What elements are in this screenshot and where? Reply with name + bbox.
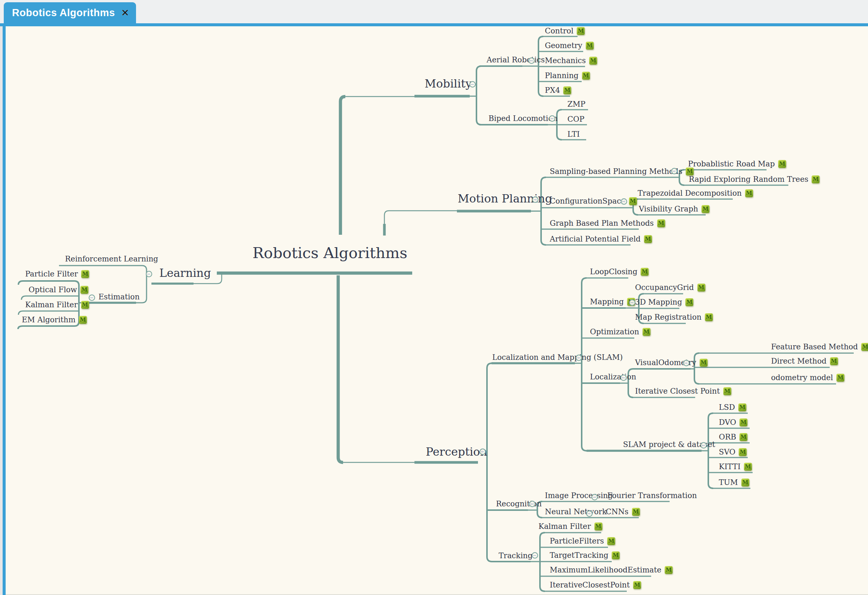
- markdown-note-icon[interactable]: M: [586, 42, 594, 50]
- markdown-note-icon[interactable]: M: [812, 175, 820, 183]
- node-optical-flow[interactable]: Optical FlowM: [29, 285, 88, 294]
- markdown-note-icon[interactable]: M: [607, 537, 615, 545]
- collapse-icon[interactable]: −: [621, 198, 627, 205]
- markdown-note-icon[interactable]: M: [80, 286, 88, 294]
- markdown-note-icon[interactable]: M: [745, 189, 753, 197]
- node-visualodometry[interactable]: VisualOdometryM: [635, 358, 708, 367]
- mindmap-canvas[interactable]: Robotics AlgorithmsMobilityAerial Roboti…: [0, 0, 868, 595]
- markdown-note-icon[interactable]: M: [744, 463, 752, 471]
- markdown-note-icon[interactable]: M: [633, 581, 641, 589]
- node-dvo[interactable]: DVOM: [719, 418, 747, 427]
- collapse-icon[interactable]: −: [591, 494, 598, 500]
- node-map-registration[interactable]: Map RegistrationM: [635, 313, 713, 322]
- node-perception[interactable]: Perception: [426, 445, 487, 459]
- collapse-icon[interactable]: −: [528, 57, 535, 64]
- node-lti[interactable]: LTI: [567, 130, 580, 139]
- node-odometry-model[interactable]: odometry modelM: [771, 373, 844, 382]
- markdown-note-icon[interactable]: M: [685, 298, 693, 306]
- markdown-note-icon[interactable]: M: [861, 343, 868, 351]
- collapse-icon[interactable]: −: [532, 552, 538, 559]
- node-lsd[interactable]: LSDM: [719, 403, 746, 412]
- markdown-note-icon[interactable]: M: [830, 357, 838, 365]
- collapse-icon[interactable]: −: [549, 115, 555, 122]
- node-cop[interactable]: COP: [567, 115, 584, 124]
- markdown-note-icon[interactable]: M: [81, 270, 89, 278]
- node-localization-and-mapping-slam[interactable]: Localization and Mapping (SLAM): [492, 353, 623, 362]
- node-particle-filter[interactable]: Particle FilterM: [25, 270, 89, 278]
- markdown-note-icon[interactable]: M: [563, 86, 571, 94]
- node-image-processing[interactable]: Image Processing: [545, 491, 613, 500]
- node-kalman-filter[interactable]: Kalman FilterM: [25, 301, 89, 309]
- markdown-note-icon[interactable]: M: [697, 284, 705, 291]
- markdown-note-icon[interactable]: M: [723, 387, 731, 395]
- node-mechanics[interactable]: MechanicsM: [545, 56, 597, 65]
- markdown-note-icon[interactable]: M: [81, 301, 89, 309]
- node-em-algorithm[interactable]: EM AlgorithmM: [22, 316, 87, 324]
- markdown-note-icon[interactable]: M: [577, 27, 585, 35]
- node-graph-based-plan-methods[interactable]: Graph Based Plan MethodsM: [550, 219, 665, 228]
- node-control[interactable]: ControlM: [545, 27, 585, 35]
- node-maximumlikelihoodestimate[interactable]: MaximumLikelihoodEstimateM: [550, 566, 673, 574]
- node-kalman-filter[interactable]: Kalman FilterM: [538, 522, 602, 531]
- node-learning[interactable]: Learning: [159, 267, 211, 280]
- node-zmp[interactable]: ZMP: [567, 100, 585, 109]
- collapse-icon[interactable]: −: [671, 168, 677, 174]
- markdown-note-icon[interactable]: M: [612, 551, 620, 559]
- markdown-note-icon[interactable]: M: [657, 219, 665, 227]
- node-planning[interactable]: PlanningM: [545, 71, 590, 80]
- node-iterativeclosestpoint[interactable]: IterativeClosestPointM: [550, 581, 641, 589]
- collapse-icon[interactable]: −: [89, 294, 95, 301]
- collapse-icon[interactable]: −: [629, 299, 635, 306]
- node-tracking[interactable]: Tracking: [499, 551, 532, 560]
- node-particlefilters[interactable]: ParticleFiltersM: [550, 537, 615, 545]
- markdown-note-icon[interactable]: M: [739, 448, 747, 456]
- node-feature-based-method[interactable]: Feature Based MethodM: [771, 343, 868, 351]
- collapse-icon[interactable]: −: [620, 375, 627, 381]
- node-aerial-robotics[interactable]: Aerial Robotics: [487, 56, 545, 64]
- node-kitti[interactable]: KITTIM: [719, 462, 752, 471]
- node-biped-locomotion[interactable]: Biped Locomotion: [488, 114, 558, 123]
- markdown-note-icon[interactable]: M: [686, 168, 694, 175]
- markdown-note-icon[interactable]: M: [665, 566, 673, 574]
- collapse-icon[interactable]: −: [683, 360, 690, 366]
- node-iterative-closest-point[interactable]: Iterative Closest PointM: [635, 387, 731, 396]
- markdown-note-icon[interactable]: M: [739, 433, 747, 441]
- markdown-note-icon[interactable]: M: [79, 316, 87, 324]
- markdown-note-icon[interactable]: M: [741, 479, 749, 486]
- node-reinforcement-learning[interactable]: Reinforcement Learning: [65, 255, 158, 263]
- markdown-note-icon[interactable]: M: [644, 235, 652, 243]
- markdown-note-icon[interactable]: M: [643, 328, 650, 336]
- markdown-note-icon[interactable]: M: [739, 418, 747, 426]
- node-neural-network[interactable]: Neural Network: [545, 507, 607, 516]
- collapse-icon[interactable]: −: [576, 355, 582, 361]
- node-loopclosing[interactable]: LoopClosingM: [590, 267, 649, 276]
- collapse-icon[interactable]: −: [532, 196, 538, 203]
- markdown-note-icon[interactable]: M: [629, 197, 637, 205]
- markdown-note-icon[interactable]: M: [632, 508, 640, 516]
- node-occupancygrid[interactable]: OccupancyGridM: [635, 283, 705, 292]
- node-px4[interactable]: PX4M: [545, 86, 571, 95]
- collapse-icon[interactable]: −: [146, 271, 152, 277]
- markdown-note-icon[interactable]: M: [778, 160, 786, 168]
- markdown-note-icon[interactable]: M: [738, 403, 746, 411]
- node-rapid-exploring-random-trees[interactable]: Rapid Exploring Random TreesM: [689, 175, 820, 184]
- node-mobility[interactable]: Mobility: [425, 77, 472, 91]
- node-fourier-transformation[interactable]: Fourier Transformation: [607, 491, 697, 500]
- node-targettracking[interactable]: TargetTrackingM: [550, 551, 620, 560]
- markdown-note-icon[interactable]: M: [836, 374, 844, 382]
- node-estimation[interactable]: Estimation: [98, 293, 140, 301]
- markdown-note-icon[interactable]: M: [594, 523, 602, 530]
- node-probablistic-road-map[interactable]: Probablistic Road MapM: [688, 160, 786, 168]
- collapse-icon[interactable]: −: [529, 501, 535, 507]
- node-direct-method[interactable]: Direct MethodM: [771, 357, 838, 365]
- node-tum[interactable]: TUMM: [719, 478, 749, 487]
- markdown-note-icon[interactable]: M: [589, 57, 597, 65]
- markdown-note-icon[interactable]: M: [705, 313, 713, 321]
- collapse-icon[interactable]: −: [479, 449, 486, 455]
- node-artificial-potential-field[interactable]: Artificial Potential FieldM: [550, 235, 652, 243]
- markdown-note-icon[interactable]: M: [582, 72, 590, 80]
- markdown-note-icon[interactable]: M: [700, 359, 708, 367]
- node-orb[interactable]: ORBM: [719, 433, 747, 441]
- node-trapezoidal-decomposition[interactable]: Trapezoidal DecompositionM: [638, 189, 753, 198]
- node-3d-mapping[interactable]: 3D MappingM: [635, 298, 693, 307]
